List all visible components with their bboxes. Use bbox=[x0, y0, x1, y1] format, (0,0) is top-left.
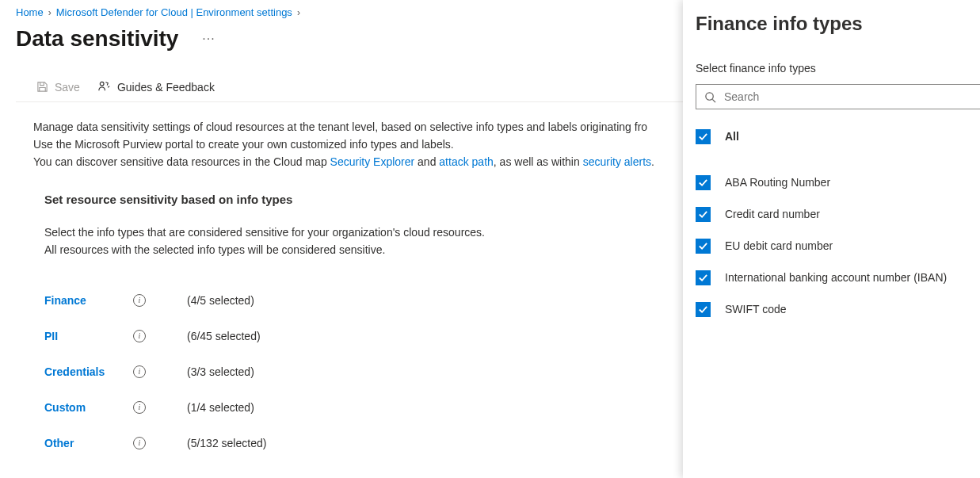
info-type-count: (4/5 selected) bbox=[187, 294, 254, 307]
info-type-link-credentials[interactable]: Credentials bbox=[44, 365, 133, 378]
description-block: Manage data sensitivity settings of clou… bbox=[16, 118, 665, 170]
check-icon bbox=[698, 209, 708, 220]
breadcrumb-defender[interactable]: Microsoft Defender for Cloud | Environme… bbox=[56, 6, 292, 18]
info-type-count: (3/3 selected) bbox=[187, 365, 254, 378]
info-type-count: (1/4 selected) bbox=[187, 401, 254, 414]
all-label: All bbox=[725, 130, 739, 143]
checkbox-row[interactable]: Credit card number bbox=[696, 198, 980, 230]
info-type-row: Customi(1/4 selected) bbox=[44, 389, 683, 425]
checkbox-label: ABA Routing Number bbox=[725, 176, 830, 189]
check-icon bbox=[698, 304, 708, 315]
chevron-right-icon: › bbox=[297, 7, 300, 18]
checkbox[interactable] bbox=[696, 175, 711, 190]
info-icon[interactable]: i bbox=[133, 401, 146, 414]
check-icon bbox=[698, 241, 708, 251]
desc-line3-mid2: , as well as within bbox=[494, 155, 583, 168]
checkbox-label: EU debit card number bbox=[725, 239, 833, 252]
section-description: Select the info types that are considere… bbox=[16, 224, 683, 258]
info-type-row: PIIi(6/45 selected) bbox=[44, 318, 683, 354]
save-label: Save bbox=[55, 81, 80, 94]
svg-point-0 bbox=[100, 82, 104, 86]
checkbox[interactable] bbox=[696, 270, 711, 285]
svg-point-1 bbox=[706, 92, 713, 99]
info-type-count: (5/132 selected) bbox=[187, 437, 266, 449]
chevron-right-icon: › bbox=[48, 7, 51, 18]
info-type-link-custom[interactable]: Custom bbox=[44, 401, 133, 414]
search-input[interactable] bbox=[724, 90, 980, 103]
search-box[interactable] bbox=[696, 84, 980, 109]
more-button[interactable]: ··· bbox=[199, 29, 218, 48]
checkbox-label: SWIFT code bbox=[725, 303, 787, 315]
check-icon bbox=[698, 132, 708, 142]
link-security-alerts[interactable]: security alerts bbox=[583, 155, 651, 168]
checkbox[interactable] bbox=[696, 239, 711, 254]
checkbox-row[interactable]: International banking account number (IB… bbox=[696, 262, 980, 293]
panel-title: Finance info types bbox=[696, 13, 980, 35]
guides-feedback-button[interactable]: Guides & Feedback bbox=[97, 80, 215, 94]
command-bar: Save Guides & Feedback bbox=[16, 80, 683, 102]
section-desc-line2: All resources with the selected info typ… bbox=[44, 241, 683, 258]
page-title: Data sensitivity bbox=[16, 26, 178, 52]
checkbox-all-row[interactable]: All bbox=[696, 120, 980, 152]
info-type-list: Financei(4/5 selected)PIIi(6/45 selected… bbox=[16, 282, 683, 461]
guides-label: Guides & Feedback bbox=[117, 81, 215, 94]
checkbox-all[interactable] bbox=[696, 129, 711, 144]
desc-line2: Use the Microsoft Purview portal to crea… bbox=[33, 136, 665, 153]
checkbox-label: International banking account number (IB… bbox=[725, 271, 947, 284]
desc-line1: Manage data sensitivity settings of clou… bbox=[33, 120, 647, 133]
save-icon bbox=[36, 81, 48, 93]
check-icon bbox=[698, 178, 708, 188]
desc-line3-pre: You can discover sensitive data resource… bbox=[33, 155, 330, 168]
info-icon[interactable]: i bbox=[133, 437, 146, 449]
side-panel: Finance info types Select finance info t… bbox=[683, 0, 980, 478]
info-icon[interactable]: i bbox=[133, 294, 146, 307]
checkbox[interactable] bbox=[696, 302, 711, 317]
panel-subtitle: Select finance info types bbox=[696, 62, 980, 75]
info-icon[interactable]: i bbox=[133, 330, 146, 342]
section-desc-line1: Select the info types that are considere… bbox=[44, 224, 683, 241]
checkbox-row[interactable]: ABA Routing Number bbox=[696, 166, 980, 198]
link-security-explorer[interactable]: Security Explorer bbox=[330, 155, 415, 168]
info-type-row: Credentialsi(3/3 selected) bbox=[44, 354, 683, 389]
ellipsis-icon: ··· bbox=[202, 32, 215, 46]
info-type-row: Financei(4/5 selected) bbox=[44, 282, 683, 318]
save-button: Save bbox=[36, 81, 80, 94]
desc-line3-mid: and bbox=[414, 155, 439, 168]
checkbox-label: Credit card number bbox=[725, 208, 820, 220]
desc-line3-end: . bbox=[651, 155, 654, 168]
checkbox-row[interactable]: EU debit card number bbox=[696, 230, 980, 262]
search-icon bbox=[704, 91, 716, 103]
info-type-link-other[interactable]: Other bbox=[44, 437, 133, 449]
check-icon bbox=[698, 273, 708, 283]
info-type-row: Otheri(5/132 selected) bbox=[44, 425, 683, 461]
checkbox[interactable] bbox=[696, 207, 711, 222]
feedback-icon bbox=[97, 80, 111, 94]
section-heading: Set resource sensitivity based on info t… bbox=[16, 193, 683, 206]
checkbox-row[interactable]: SWIFT code bbox=[696, 293, 980, 325]
info-icon[interactable]: i bbox=[133, 365, 146, 378]
info-type-link-pii[interactable]: PII bbox=[44, 330, 133, 342]
link-attack-path[interactable]: attack path bbox=[439, 155, 494, 168]
breadcrumb: Home › Microsoft Defender for Cloud | En… bbox=[16, 6, 683, 18]
info-type-count: (6/45 selected) bbox=[187, 330, 261, 342]
info-type-link-finance[interactable]: Finance bbox=[44, 294, 133, 307]
breadcrumb-home[interactable]: Home bbox=[16, 6, 44, 18]
